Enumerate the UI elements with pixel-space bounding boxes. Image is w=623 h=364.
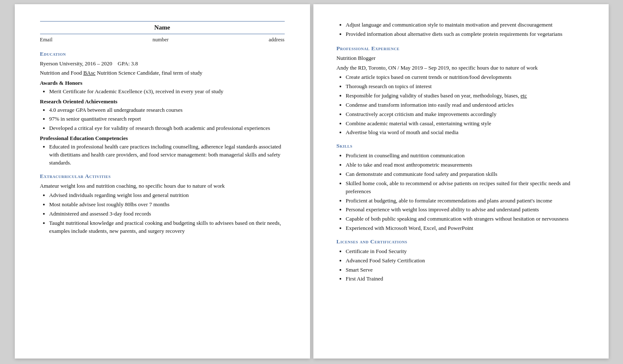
skill-item-6: Personal experience with weight loss imp… (346, 206, 585, 214)
skill-item-4: Skilled home cook, able to recommend or … (346, 180, 585, 196)
name-block: Name (40, 24, 285, 31)
skill-item-7: Capable of both public speaking and comm… (346, 215, 585, 223)
exp-item-2: Thorough research on topics of interest (346, 83, 585, 91)
right-page: Adjust language and communication style … (313, 4, 609, 359)
university-line: Ryerson University, 2016 – 2020 GPA: 3.8 (40, 60, 285, 68)
extracurricular-subtitle: Amateur weight loss and nutrition coachi… (40, 182, 285, 190)
skill-item-5: Proficient at budgeting, able to formula… (346, 197, 585, 205)
employer-line: Andy the RD, Toronto, ON / May 2019 – Se… (337, 64, 585, 72)
top-divider (40, 21, 285, 22)
degree-abbr: BAsc (83, 70, 95, 76)
job-title: Nutrition Blogger (337, 54, 585, 62)
address-field: address (269, 37, 285, 43)
skill-item-2: Able to take and read most anthropometri… (346, 161, 585, 169)
award-item-1: Merit Certificate for Academic Excellenc… (49, 88, 285, 96)
research-item-3: Developed a critical eye for validity of… (49, 124, 285, 132)
competency-item-1: Educated in professional health care pra… (49, 143, 285, 167)
professional-experience-heading: Professional Experience (337, 45, 585, 52)
skill-item-3: Can demonstrate and communicate food saf… (346, 170, 585, 178)
license-item-2: Advanced Food Safety Certification (346, 257, 585, 265)
exp-item-5: Constructively accept criticism and make… (346, 111, 585, 119)
exp-item-7: Advertise blog via word of mouth and soc… (346, 129, 585, 137)
extra-item-2: Most notable advisee lost roughly 80lbs … (49, 201, 285, 209)
awards-heading: Awards & Honors (40, 80, 285, 86)
extra-item-3: Administered and assessed 3-day food rec… (49, 210, 285, 218)
email-field: Email (40, 37, 53, 43)
awards-list: Merit Certificate for Academic Excellenc… (49, 88, 285, 96)
license-item-1: Certificate in Food Security (346, 248, 585, 256)
license-item-3: Smart Serve (346, 266, 585, 274)
license-item-4: First Aid Trained (346, 275, 585, 283)
education-heading: Education (40, 51, 285, 57)
licenses-heading: Licenses and Certifications (337, 238, 585, 245)
skill-item-1: Proficient in counselling and nutrition … (346, 152, 585, 160)
candidate-name: Name (154, 24, 170, 31)
skills-heading: Skills (337, 143, 585, 149)
gpa-value: GPA: 3.8 (118, 60, 138, 67)
competencies-heading: Professional Education Competencies (40, 135, 285, 142)
exp-item-3: Responsible for judging validity of stud… (346, 92, 585, 100)
contact-row: Email number address (40, 34, 285, 43)
intro-bullets: Adjust language and communication style … (346, 21, 585, 38)
intro-bullet-2: Provided information about alternative d… (346, 30, 585, 38)
extracurricular-heading: Extracurricular Activities (40, 173, 285, 180)
degree-line: Nutrition and Food BAsc Nutrition Scienc… (40, 69, 285, 77)
extra-item-1: Advised individuals regarding weight los… (49, 191, 285, 200)
left-page: Name Email number address Education Ryer… (15, 4, 310, 359)
research-heading: Research Oriented Achievements (40, 98, 285, 105)
etc-underline: etc (521, 92, 527, 99)
exp-item-1: Create article topics based on current t… (346, 73, 585, 81)
competencies-list: Educated in professional health care pra… (49, 143, 285, 167)
extracurricular-list: Advised individuals regarding weight los… (49, 191, 285, 235)
exp-item-6: Combine academic material with casual, e… (346, 120, 585, 128)
skills-list: Proficient in counselling and nutrition … (346, 152, 585, 232)
extra-item-4: Taught nutritional knowledge and practic… (49, 219, 285, 235)
pages-wrapper: Name Email number address Education Ryer… (15, 4, 609, 359)
licenses-list: Certificate in Food Security Advanced Fo… (346, 248, 585, 283)
research-list: 4.0 average GPA between all undergraduat… (49, 106, 285, 133)
intro-bullet-1: Adjust language and communication style … (346, 21, 585, 29)
phone-field: number (153, 37, 169, 43)
experience-list: Create article topics based on current t… (346, 73, 585, 137)
research-item-1: 4.0 average GPA between all undergraduat… (49, 106, 285, 114)
university-name: Ryerson University, 2016 – 2020 (40, 60, 113, 67)
skill-item-8: Experienced with Microsoft Word, Excel, … (346, 224, 585, 232)
exp-item-4: Condense and transform information into … (346, 101, 585, 109)
research-item-2: 97% in senior quantitative research repo… (49, 115, 285, 123)
